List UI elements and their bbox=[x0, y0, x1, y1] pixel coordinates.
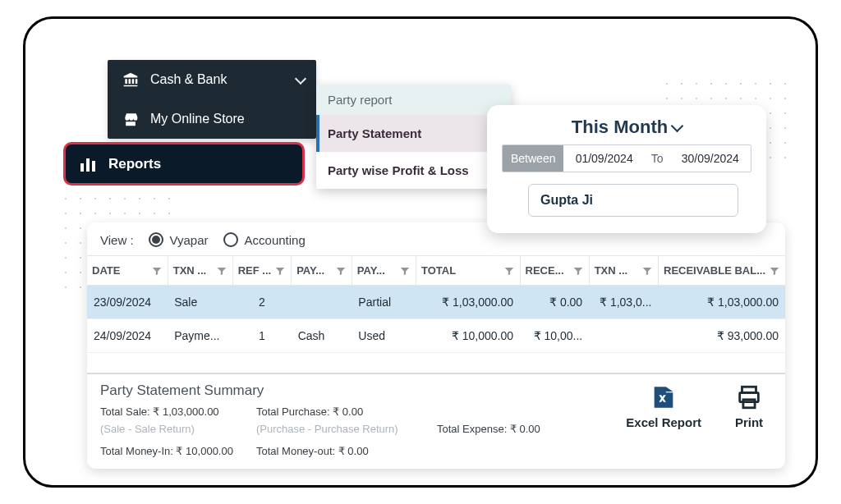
sidebar-item-label: Cash & Bank bbox=[150, 72, 227, 87]
col-date[interactable]: DATE bbox=[87, 256, 168, 286]
filter-icon[interactable] bbox=[503, 265, 515, 277]
period-dropdown[interactable]: This Month bbox=[502, 117, 751, 144]
submenu-item-party-wise-profit-loss[interactable]: Party wise Profit & Loss bbox=[316, 152, 511, 189]
date-range-card: This Month Between 01/09/2024 To 30/09/2… bbox=[487, 105, 766, 233]
filter-icon[interactable] bbox=[399, 265, 411, 277]
actions-bar: Excel Report Print bbox=[626, 383, 772, 429]
col-total[interactable]: TOTAL bbox=[416, 256, 520, 286]
date-to-input[interactable]: 30/09/2024 bbox=[670, 145, 751, 172]
filter-icon[interactable] bbox=[216, 265, 227, 277]
to-label: To bbox=[645, 145, 670, 172]
total-purchase: Total Purchase: ₹ 0.00 bbox=[256, 405, 437, 418]
period-label: This Month bbox=[572, 117, 668, 138]
sidebar-item-label: Reports bbox=[108, 156, 161, 172]
view-option-vyapar[interactable]: Vyapar bbox=[149, 232, 209, 247]
radio-label: Vyapar bbox=[170, 233, 209, 247]
cell-pay-status: Partial bbox=[352, 286, 416, 319]
table-header-row: DATE TXN ... REF ... PAY... PAY... TOTAL… bbox=[87, 256, 785, 286]
cell-date: 23/09/2024 bbox=[87, 286, 168, 319]
store-icon bbox=[122, 111, 139, 127]
total-expense: Total Expense: ₹ 0.00 bbox=[437, 423, 626, 435]
cell-pay-status: Used bbox=[352, 319, 416, 353]
action-label: Print bbox=[735, 415, 763, 429]
filter-icon[interactable] bbox=[335, 265, 347, 277]
summary-section: Party Statement Summary Total Sale: ₹ 1,… bbox=[87, 373, 785, 469]
cell-received: ₹ 0.00 bbox=[520, 286, 589, 319]
cell-received: ₹ 10,00... bbox=[520, 319, 589, 353]
report-card: View : Vyapar Accounting DATE TXN ... RE bbox=[87, 222, 785, 469]
date-from-input[interactable]: 01/09/2024 bbox=[563, 145, 644, 172]
excel-icon bbox=[649, 383, 678, 412]
submenu-title: Party report bbox=[316, 85, 511, 115]
filter-icon[interactable] bbox=[769, 265, 780, 277]
bar-chart-icon bbox=[80, 157, 95, 172]
bank-icon bbox=[122, 71, 139, 88]
col-txn-balance[interactable]: TXN ... bbox=[589, 256, 658, 286]
cell-receivable-balance: ₹ 93,000.00 bbox=[659, 319, 786, 353]
printer-icon bbox=[734, 383, 764, 412]
cell-txn-type: Sale bbox=[168, 286, 232, 319]
cell-ref: 2 bbox=[232, 286, 291, 319]
radio-icon bbox=[223, 232, 238, 247]
cell-total: ₹ 10,000.00 bbox=[416, 319, 520, 353]
report-submenu: Party report Party Statement Party wise … bbox=[316, 85, 511, 189]
summary-title: Party Statement Summary bbox=[100, 383, 626, 399]
transactions-table: DATE TXN ... REF ... PAY... PAY... TOTAL… bbox=[87, 255, 785, 353]
sidebar-item-reports[interactable]: Reports bbox=[63, 142, 305, 186]
view-option-accounting[interactable]: Accounting bbox=[223, 232, 306, 247]
submenu-item-party-statement[interactable]: Party Statement bbox=[316, 115, 511, 152]
party-name-value: Gupta Ji bbox=[540, 193, 593, 208]
sidebar-item-label: My Online Store bbox=[150, 112, 245, 126]
col-receivable-balance[interactable]: RECEIVABLE BAL... bbox=[659, 256, 786, 286]
cell-txn-balance bbox=[589, 319, 658, 353]
print-button[interactable]: Print bbox=[734, 383, 764, 429]
money-out: Total Money-out: ₹ 0.00 bbox=[256, 440, 437, 457]
cell-txn-balance: ₹ 1,03,0... bbox=[589, 286, 658, 319]
sidebar-item-cash-and-bank[interactable]: Cash & Bank bbox=[108, 60, 316, 99]
date-range-row: Between 01/09/2024 To 30/09/2024 bbox=[502, 144, 751, 172]
col-txn-type[interactable]: TXN ... bbox=[168, 256, 232, 286]
app-window: Cash & Bank My Online Store Reports Part… bbox=[23, 16, 818, 488]
cell-date: 24/09/2024 bbox=[87, 319, 168, 353]
radio-label: Accounting bbox=[245, 233, 306, 247]
action-label: Excel Report bbox=[626, 415, 701, 429]
table-row[interactable]: 24/09/2024Payme...1CashUsed₹ 10,000.00₹ … bbox=[87, 319, 785, 353]
radio-icon bbox=[149, 232, 163, 247]
cell-pay-type bbox=[292, 286, 352, 319]
filter-icon[interactable] bbox=[151, 265, 163, 277]
col-pay-type[interactable]: PAY... bbox=[292, 256, 352, 286]
sale-return-note: (Sale - Sale Return) bbox=[100, 423, 256, 435]
col-pay-status[interactable]: PAY... bbox=[352, 256, 416, 286]
table-row[interactable]: 23/09/2024Sale2Partial₹ 1,03,000.00₹ 0.0… bbox=[87, 286, 785, 319]
sidebar-item-my-online-store[interactable]: My Online Store bbox=[108, 99, 316, 139]
sidebar: Cash & Bank My Online Store bbox=[108, 60, 316, 139]
cell-total: ₹ 1,03,000.00 bbox=[416, 286, 520, 319]
col-received[interactable]: RECE... bbox=[520, 256, 589, 286]
filter-icon[interactable] bbox=[572, 265, 584, 277]
filter-icon[interactable] bbox=[274, 265, 286, 277]
cell-pay-type: Cash bbox=[292, 319, 352, 353]
excel-report-button[interactable]: Excel Report bbox=[626, 383, 701, 429]
col-ref[interactable]: REF ... bbox=[232, 256, 291, 286]
between-label: Between bbox=[503, 145, 563, 172]
total-sale: Total Sale: ₹ 1,03,000.00 bbox=[100, 405, 256, 418]
cell-receivable-balance: ₹ 1,03,000.00 bbox=[659, 286, 786, 319]
purchase-return-note: (Purchase - Purchase Return) bbox=[256, 423, 437, 435]
party-name-input[interactable]: Gupta Ji bbox=[528, 184, 738, 217]
cell-txn-type: Payme... bbox=[168, 319, 232, 353]
filter-icon[interactable] bbox=[641, 265, 653, 277]
cell-ref: 1 bbox=[232, 319, 291, 353]
money-in: Total Money-In: ₹ 10,000.00 bbox=[100, 440, 256, 457]
view-label: View : bbox=[100, 233, 134, 247]
